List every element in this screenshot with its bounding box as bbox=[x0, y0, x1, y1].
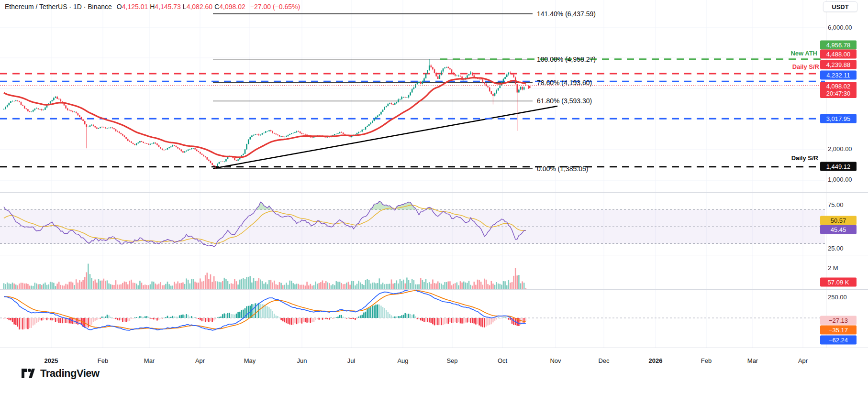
rsi-axis-tick: 25.00 bbox=[828, 245, 844, 252]
fib-level-label: 61.80% (3,593.30) bbox=[537, 97, 592, 105]
price-axis-badge: 4,239.88 bbox=[820, 60, 857, 69]
price-axis-tick: 2,000.00 bbox=[828, 145, 852, 153]
tradingview-logo-icon bbox=[21, 367, 35, 380]
price-axis-tick: 6,000.00 bbox=[828, 24, 852, 31]
time-axis-label: 2025 bbox=[45, 357, 58, 364]
currency-toggle-button[interactable]: USDT bbox=[823, 1, 857, 12]
macd-axis-badge: −62.24 bbox=[820, 336, 857, 345]
price-axis-badge: 4,956.78 bbox=[820, 41, 857, 50]
fib-level-label: 0.00% (1,385.05) bbox=[537, 165, 588, 173]
price-axis-badge: 4,098.0220:47:30 bbox=[820, 82, 857, 98]
time-axis-label: Sep bbox=[446, 357, 457, 364]
rsi-axis-badge: 50.57 bbox=[820, 216, 857, 225]
macd-axis-badge: −27.13 bbox=[820, 316, 857, 325]
time-axis-label: Feb bbox=[98, 357, 108, 364]
tradingview-logo-text: TradingView bbox=[40, 367, 100, 380]
volume-axis-badge: 57.09 K bbox=[820, 278, 857, 287]
ohlc-values: O4,125.01H4,145.73L4,082.60C4,098.02 bbox=[115, 3, 245, 11]
time-axis-label: Jun bbox=[297, 357, 307, 364]
chart-legend[interactable]: Ethereum / TetherUS · 1D · Binance O4,12… bbox=[5, 3, 300, 11]
time-axis-label: Feb bbox=[701, 357, 712, 364]
change-value: −27.00 (−0.65%) bbox=[250, 3, 300, 11]
time-axis-label: Nov bbox=[550, 357, 561, 364]
tradingview-logo[interactable]: TradingView bbox=[21, 367, 100, 380]
time-axis-label: Oct bbox=[498, 357, 507, 364]
ohlc-o: O4,125.01 bbox=[117, 3, 148, 11]
price-axis-badge: 3,017.95 bbox=[820, 114, 857, 123]
time-axis-label: 2026 bbox=[649, 357, 663, 364]
time-axis-label: May bbox=[244, 357, 256, 364]
fib-level-label: 100.00% (4,958.27) bbox=[537, 55, 596, 63]
time-axis-label: Jul bbox=[347, 357, 356, 364]
macd-axis-badge: −35.17 bbox=[820, 326, 857, 335]
macd-axis-tick: 250.00 bbox=[828, 294, 847, 301]
price-axis-tick: 1,000.00 bbox=[828, 176, 852, 183]
ohlc-l: L4,082.60 bbox=[183, 3, 212, 11]
time-axis-label: Mar bbox=[144, 357, 155, 364]
annotation-daily-sr-upper: Daily S/R bbox=[762, 63, 819, 70]
time-axis-label: Aug bbox=[397, 357, 408, 364]
rsi-axis-tick: 75.00 bbox=[828, 201, 844, 208]
tradingview-chart-window: Ethereum / TetherUS · 1D · Binance O4,12… bbox=[0, 0, 868, 393]
annotation-new-ath: New ATH bbox=[760, 50, 817, 57]
fib-level-label: 141.40% (6,437.59) bbox=[537, 10, 596, 18]
time-axis-label: Dec bbox=[598, 357, 609, 364]
time-axis-label: Mar bbox=[747, 357, 758, 364]
ohlc-c: C4,098.02 bbox=[214, 3, 245, 11]
volume-axis-tick: 2 M bbox=[828, 264, 838, 272]
annotation-daily-sr-lower: Daily S/R bbox=[761, 154, 818, 162]
time-axis-label: Apr bbox=[195, 357, 205, 364]
symbol-title[interactable]: Ethereum / TetherUS · 1D · Binance bbox=[5, 3, 112, 11]
price-axis-badge: 4,488.00 bbox=[820, 50, 857, 59]
rsi-axis-badge: 45.45 bbox=[820, 225, 857, 234]
price-axis-badge: 4,232.11 bbox=[820, 71, 857, 80]
time-axis-label: Apr bbox=[798, 357, 808, 364]
ohlc-h: H4,145.73 bbox=[150, 3, 181, 11]
chart-canvas[interactable] bbox=[0, 0, 868, 364]
price-axis-badge: 1,449.12 bbox=[820, 162, 857, 171]
fib-level-label: 78.60% (4,193.60) bbox=[537, 79, 592, 87]
